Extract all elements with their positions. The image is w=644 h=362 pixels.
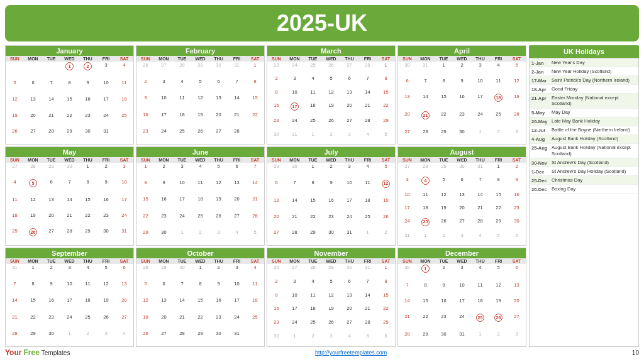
day-name-sat: SAT — [508, 56, 526, 62]
day-cell: 27 — [453, 217, 471, 233]
day-name-wed: WED — [60, 258, 79, 264]
day-cell: 2 — [377, 229, 395, 245]
day-name-wed: WED — [322, 157, 340, 163]
day-cell: 16 — [79, 96, 97, 112]
day-cell: 2 — [489, 331, 508, 346]
day-cell — [42, 62, 60, 79]
day-cell: 30 — [209, 62, 228, 78]
day-cell: 30 — [267, 332, 286, 346]
day-cell: 11 — [246, 280, 264, 297]
day-cell: 31 — [228, 62, 246, 78]
day-cell: 25 — [416, 217, 435, 233]
day-cell: 28 — [136, 264, 155, 280]
day-cell: 9 — [453, 77, 471, 93]
day-cell: 6 — [508, 264, 526, 282]
day-cell: 20 — [453, 204, 471, 217]
day-name-sat: SAT — [377, 56, 395, 62]
day-cell: 14 — [358, 89, 377, 102]
day-cell: 6 — [398, 77, 416, 93]
day-cell: 8 — [79, 178, 97, 196]
month-dates-grid: 2627282930311234567891011121314151617181… — [267, 264, 395, 346]
day-cell: 24 — [97, 112, 115, 128]
day-cell: 19 — [209, 195, 228, 212]
day-cell: 31 — [97, 128, 115, 144]
day-cell: 29 — [60, 128, 79, 144]
day-cell: 19 — [435, 204, 453, 217]
day-cell: 28 — [173, 62, 191, 78]
day-cell: 15 — [435, 93, 453, 111]
month-march: MarchSUNMONTUEWEDTHUFRISAT23242526272812… — [267, 45, 396, 145]
day-cell: 3 — [340, 131, 358, 144]
day-cell: 27 — [340, 62, 358, 75]
day-cell: 11 — [79, 280, 97, 297]
day-cell: 31 — [471, 163, 489, 176]
day-cell: 20 — [24, 112, 42, 128]
month-dates-grid: 1234567891011121314151617181920212223242… — [6, 62, 133, 144]
day-cell: 23 — [209, 314, 228, 330]
holiday-date: 26-May — [531, 118, 552, 124]
day-cell: 29 — [191, 330, 209, 346]
holiday-item: 1-DecSt Andrew's Day Holiday (Scotland) — [530, 167, 638, 176]
day-cell: 9 — [155, 179, 173, 195]
day-name-mon: MON — [286, 157, 304, 163]
day-cell: 27 — [155, 330, 173, 346]
month-november: NovemberSUNMONTUEWEDTHUFRISAT26272829303… — [267, 248, 396, 347]
day-cell: 29 — [416, 331, 435, 346]
day-name-thu: THU — [209, 157, 228, 163]
day-cell: 17 — [471, 93, 489, 111]
month-dates-grid: 3012345678910111213141516171819202122232… — [398, 264, 526, 346]
logo-your: Your — [5, 348, 21, 357]
day-name-sun: SUN — [398, 157, 416, 163]
day-cell: 25 — [358, 213, 377, 229]
month-header-august: August — [398, 147, 526, 157]
day-cell: 29 — [24, 330, 42, 346]
day-cell: 5 — [435, 176, 453, 191]
day-cell: 4 — [358, 163, 377, 179]
day-name-tue: TUE — [435, 157, 453, 163]
day-cell: 19 — [24, 212, 42, 228]
day-cell: 28 — [42, 128, 60, 144]
day-name-sat: SAT — [508, 258, 526, 264]
month-august: AugustSUNMONTUEWEDTHUFRISAT2728293031123… — [397, 146, 526, 246]
day-cell: 28 — [286, 229, 304, 245]
day-cell: 30 — [60, 163, 79, 178]
holiday-date: 12-Jul — [531, 127, 552, 133]
day-name-fri: FRI — [489, 258, 508, 264]
day-cell: 25 — [471, 313, 489, 331]
day-cell: 30 — [173, 264, 191, 280]
month-header-march: March — [267, 46, 395, 56]
day-cell: 14 — [6, 297, 24, 313]
holiday-item: 1-JanNew Year's Day — [530, 58, 638, 67]
day-names-row: SUNMONTUEWEDTHUFRISAT — [267, 56, 395, 62]
day-cell: 7 — [60, 178, 79, 196]
day-names-row: SUNMONTUEWEDTHUFRISAT — [136, 56, 264, 62]
day-cell: 28 — [173, 330, 191, 346]
day-cell: 25 — [115, 112, 133, 128]
day-cell: 26 — [489, 313, 508, 331]
day-cell: 4 — [79, 264, 97, 280]
day-cell: 16 — [508, 191, 526, 204]
day-cell: 26 — [377, 213, 395, 229]
month-february: FebruarySUNMONTUEWEDTHUFRISAT26272829303… — [136, 45, 265, 145]
day-cell: 6 — [42, 178, 60, 196]
day-cell: 8 — [191, 280, 209, 297]
day-cell: 2 — [191, 229, 209, 245]
day-cell: 31 — [453, 331, 471, 346]
day-cell: 13 — [398, 93, 416, 111]
day-cell: 2 — [79, 62, 97, 79]
day-cell: 19 — [322, 305, 340, 319]
month-header-november: November — [267, 248, 395, 258]
day-cell: 29 — [155, 264, 173, 280]
day-cell: 2 — [267, 278, 286, 292]
day-cell: 8 — [416, 282, 435, 297]
day-cell: 22 — [377, 102, 395, 117]
website-url[interactable]: http://yourfreetemplates.com — [315, 349, 387, 356]
day-cell: 21 — [42, 112, 60, 128]
day-cell: 17 — [97, 96, 115, 112]
day-cell: 31 — [115, 228, 133, 245]
day-cell: 22 — [60, 112, 79, 128]
day-cell: 4 — [489, 62, 508, 77]
month-dates-grid: 2728293012345678910111213141516171819202… — [6, 163, 133, 245]
day-cell: 31 — [398, 232, 416, 245]
day-cell: 10 — [97, 79, 115, 96]
